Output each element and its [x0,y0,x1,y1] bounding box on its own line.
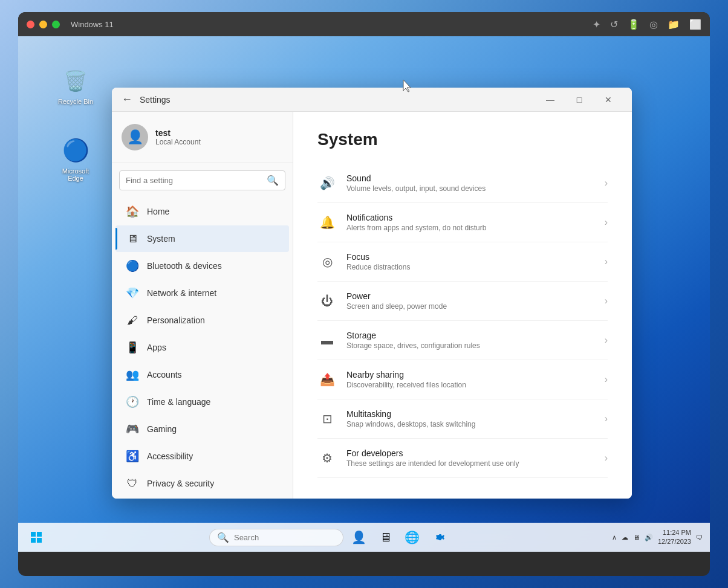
edit-icon: ↺ [610,19,618,30]
sidebar-item-time[interactable]: 🕐 Time & language [115,389,289,415]
mac-maximize-button[interactable] [52,21,60,28]
storage-icon: ▬ [317,331,337,350]
start-button[interactable] [25,526,47,548]
edge-icon[interactable]: 🔵 MicrosoftEdge [51,136,100,182]
sidebar-item-system-label: System [147,234,175,244]
sidebar-item-apps-label: Apps [147,343,166,352]
apps-icon: 📱 [125,340,140,355]
taskbar-chevron-icon[interactable]: ∧ [612,534,617,541]
settings-item-storage[interactable]: ▬ Storage Storage space, drives, configu… [317,321,608,360]
sidebar-item-system[interactable]: 🖥 System [115,225,289,252]
taskbar-time-display: 11:24 PM [658,528,691,537]
sidebar-item-accessibility[interactable]: ♿ Accessibility [115,443,289,470]
mac-title: Windows 11 [71,20,114,29]
sidebar-item-home-label: Home [147,207,169,216]
multitasking-text: Multitasking Snap windows, desktops, tas… [346,409,595,428]
svg-rect-1 [37,532,42,537]
sidebar-item-accounts-label: Accounts [147,370,182,380]
sidebar-item-gaming[interactable]: 🎮 Gaming [115,416,289,442]
sidebar-item-privacy[interactable]: 🛡 Privacy & security [115,470,289,497]
sidebar-item-bluetooth[interactable]: 🔵 Bluetooth & devices [115,253,289,279]
sound-icon: 🔊 [317,173,337,193]
sidebar-item-home[interactable]: 🏠 Home [115,198,289,225]
gaming-icon: 🎮 [125,422,140,436]
close-button[interactable]: ✕ [594,90,622,109]
mac-minimize-button[interactable] [39,21,47,28]
sidebar-item-accessibility-label: Accessibility [147,451,193,461]
settings-body: 👤 test Local Account 🔍 [112,112,632,499]
settings-item-nearby-sharing[interactable]: 📤 Nearby sharing Discoverability, receiv… [317,360,608,399]
sidebar-item-bluetooth-label: Bluetooth & devices [147,261,222,271]
storage-desc: Storage space, drives, configuration rul… [346,341,595,350]
taskbar-datetime[interactable]: 11:24 PM 12/27/2023 [658,528,691,547]
for-developers-title: For developers [346,448,595,458]
minimize-button[interactable]: — [536,90,564,109]
search-icon: 🔍 [267,175,279,186]
taskbar-volume-icon[interactable]: 🔊 [645,534,653,541]
settings-item-multitasking[interactable]: ⊡ Multitasking Snap windows, desktops, t… [317,399,608,439]
folder-icon: 📁 [668,19,680,30]
bluetooth-icon: 🔵 [125,259,140,273]
power-icon: ⏻ [317,291,337,311]
brightness-icon: ✦ [593,19,600,30]
mac-frame: Windows 11 ✦ ↺ 🔋 ◎ 📁 ⬜ 🗑️ Recycle Bin 🔵 … [18,12,710,576]
battery-icon: 🔋 [628,19,640,30]
notifications-arrow: › [605,217,608,228]
settings-item-for-developers[interactable]: ⚙ For developers These settings are inte… [317,439,608,478]
nearby-sharing-desc: Discoverability, received files location [346,381,595,389]
taskbar-pin-1[interactable]: 👤 [348,526,370,548]
settings-item-power[interactable]: ⏻ Power Screen and sleep, power mode › [317,282,608,321]
taskbar-cloud-icon[interactable]: ☁ [622,534,628,541]
for-developers-text: For developers These settings are intend… [346,448,595,468]
for-developers-icon: ⚙ [317,448,337,468]
taskbar-search-input[interactable] [234,533,336,542]
sound-desc: Volume levels, output, input, sound devi… [346,184,595,193]
sidebar-item-apps[interactable]: 📱 Apps [115,334,289,361]
taskbar-date-display: 12/27/2023 [658,537,691,546]
search-input[interactable] [126,176,262,185]
settings-item-focus[interactable]: ◎ Focus Reduce distractions › [317,242,608,282]
taskbar-search-icon: 🔍 [217,532,229,543]
sidebar-item-gaming-label: Gaming [147,424,177,434]
taskbar-display-icon[interactable]: 🖥 [633,534,640,541]
multitasking-arrow: › [605,413,608,424]
storage-title: Storage [346,331,595,340]
edge-label: MicrosoftEdge [62,167,89,182]
settings-item-notifications[interactable]: 🔔 Notifications Alerts from apps and sys… [317,203,608,242]
back-button[interactable]: ← [122,93,132,106]
desktop: 🗑️ Recycle Bin 🔵 MicrosoftEdge ← Setting… [18,36,710,552]
sound-text: Sound Volume levels, output, input, soun… [346,173,595,193]
sidebar-item-personalization[interactable]: 🖌 Personalization [115,307,289,334]
user-profile[interactable]: 👤 test Local Account [112,112,293,163]
sidebar-item-accounts[interactable]: 👥 Accounts [115,361,289,388]
svg-rect-2 [31,538,36,543]
recycle-bin-icon[interactable]: 🗑️ Recycle Bin [51,66,100,105]
nearby-sharing-title: Nearby sharing [346,370,595,380]
taskbar-settings-pin[interactable] [428,526,450,548]
settings-item-sound[interactable]: 🔊 Sound Volume levels, output, input, so… [317,164,608,203]
focus-text: Focus Reduce distractions [346,252,595,271]
time-icon: 🕐 [125,395,140,409]
sidebar-nav: 🏠 Home 🖥 System 🔵 Bluetooth & devices [112,198,293,497]
taskbar-search[interactable]: 🔍 [209,529,343,546]
accessibility-icon: ♿ [125,449,140,464]
taskbar-right: ∧ ☁ 🖥 🔊 11:24 PM 12/27/2023 🗨 [612,528,703,547]
taskbar-left [25,526,47,548]
taskbar-notification-icon[interactable]: 🗨 [696,534,703,541]
maximize-button[interactable]: □ [565,90,593,109]
focus-title: Focus [346,252,595,262]
settings-icon: ◎ [649,19,658,30]
taskbar-pin-2[interactable]: 🖥 [375,526,397,548]
username: test [155,128,201,138]
privacy-icon: 🛡 [125,476,140,491]
sidebar-item-time-label: Time & language [147,397,210,407]
sound-arrow: › [605,178,608,189]
sound-title: Sound [346,173,595,183]
sidebar-item-network[interactable]: 💎 Network & internet [115,280,289,306]
sidebar-item-privacy-label: Privacy & security [147,479,214,488]
mac-close-button[interactable] [27,21,34,28]
sidebar-search[interactable]: 🔍 [119,170,285,190]
page-title: System [317,130,608,149]
taskbar-edge[interactable]: 🌐 [401,526,423,548]
avatar: 👤 [122,124,148,150]
